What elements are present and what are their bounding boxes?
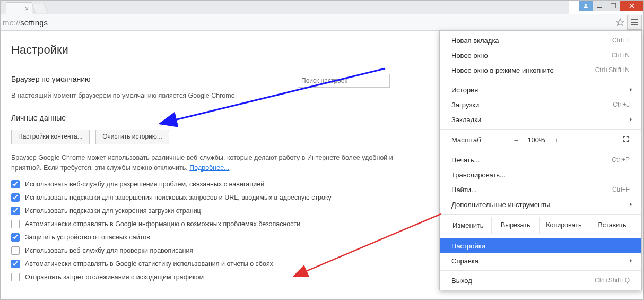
default-browser-text: В настоящий момент браузером по умолчани… xyxy=(11,91,398,101)
cut-button[interactable]: Вырезать xyxy=(491,217,539,234)
main-menu: Новая вкладкаCtrl+T Новое окноCtrl+N Нов… xyxy=(439,30,642,290)
privacy-description: Браузер Google Chrome может использовать… xyxy=(11,153,398,173)
menu-print[interactable]: Печать...Ctrl+P xyxy=(440,152,641,167)
checkbox-icon[interactable] xyxy=(11,207,20,215)
checkbox-label: Использовать подсказки для завершения по… xyxy=(25,194,332,201)
zoom-label: Масштаб xyxy=(451,136,510,144)
clear-history-button[interactable]: Очистить историю... xyxy=(95,130,169,144)
menu-settings[interactable]: Настройки xyxy=(440,238,641,253)
learn-more-link[interactable]: Подробнее... xyxy=(189,164,229,172)
menu-new-window[interactable]: Новое окноCtrl+N xyxy=(440,48,641,63)
menu-bookmarks[interactable]: Закладки xyxy=(440,112,641,127)
maximize-button[interactable] xyxy=(606,1,620,11)
checkbox-icon[interactable] xyxy=(11,180,20,188)
paste-button[interactable]: Вставить xyxy=(588,217,636,234)
checkbox-icon[interactable] xyxy=(11,193,20,202)
privacy-checkbox-4[interactable]: Защитить устройство от опасных сайтов xyxy=(11,233,398,242)
content-settings-button[interactable]: Настройки контента... xyxy=(11,130,90,144)
checkbox-icon[interactable] xyxy=(11,273,20,281)
close-tab-icon[interactable]: × xyxy=(25,6,29,12)
menu-edit-row: Изменить Вырезать Копировать Вставить xyxy=(440,217,641,234)
menu-downloads[interactable]: ЗагрузкиCtrl+J xyxy=(440,97,641,112)
menu-history[interactable]: История xyxy=(440,82,641,97)
checkbox-icon[interactable] xyxy=(11,260,20,268)
address-bar: me://settings xyxy=(1,14,643,31)
checkbox-icon[interactable] xyxy=(11,246,20,255)
menu-cast[interactable]: Транслировать... xyxy=(440,167,641,182)
svg-marker-3 xyxy=(616,19,623,25)
section-heading: Личные данные xyxy=(11,114,398,122)
privacy-checkbox-3[interactable]: Автоматически отправлять в Google информ… xyxy=(11,220,398,228)
checkbox-label: Использовать веб-службу для разрешения п… xyxy=(25,181,264,188)
profile-button[interactable] xyxy=(579,1,593,11)
privacy-checkbox-0[interactable]: Использовать веб-службу для разрешения п… xyxy=(11,180,398,188)
checkbox-label: Отправлять запрет отслеживания с исходящ… xyxy=(25,273,204,281)
menu-zoom: Масштаб – 100% + xyxy=(440,132,641,148)
section-privacy: Личные данные Настройки контента... Очис… xyxy=(11,114,398,282)
menu-help[interactable]: Справка xyxy=(440,253,641,268)
tab-strip: × xyxy=(1,1,569,15)
privacy-checkbox-2[interactable]: Использовать подсказки для ускорения заг… xyxy=(11,207,398,215)
zoom-in-button[interactable]: + xyxy=(550,136,563,144)
menu-button[interactable] xyxy=(627,15,642,30)
checkbox-label: Автоматически отправлять в Google статис… xyxy=(25,260,273,268)
menu-incognito[interactable]: Новое окно в режиме инкогнитоCtrl+Shift+… xyxy=(440,63,641,78)
privacy-checkbox-6[interactable]: Автоматически отправлять в Google статис… xyxy=(11,260,398,268)
checkbox-label: Защитить устройство от опасных сайтов xyxy=(25,234,150,241)
zoom-value: 100% xyxy=(523,136,550,144)
checkbox-label: Автоматически отправлять в Google информ… xyxy=(25,220,300,228)
close-window-button[interactable] xyxy=(620,1,643,11)
url-scheme: me:// xyxy=(3,18,20,27)
menu-find[interactable]: Найти...Ctrl+F xyxy=(440,182,641,197)
edit-label: Изменить xyxy=(445,221,491,229)
checkbox-label: Использовать веб-службу для проверки пра… xyxy=(25,247,193,254)
zoom-out-button[interactable]: – xyxy=(510,136,523,144)
checkbox-label: Использовать подсказки для ускорения заг… xyxy=(25,207,201,215)
privacy-checkbox-1[interactable]: Использовать подсказки для завершения по… xyxy=(11,193,398,202)
new-tab-button[interactable] xyxy=(32,4,48,13)
minimize-button[interactable] xyxy=(593,1,606,11)
checkbox-icon[interactable] xyxy=(11,220,20,228)
browser-tab[interactable]: × xyxy=(6,2,32,15)
url-path: settings xyxy=(20,18,48,27)
menu-new-tab[interactable]: Новая вкладкаCtrl+T xyxy=(440,33,641,48)
search-settings-input[interactable] xyxy=(298,74,390,88)
window-controls xyxy=(579,1,643,11)
privacy-checkbox-5[interactable]: Использовать веб-службу для проверки пра… xyxy=(11,246,398,255)
menu-exit[interactable]: ВыходCtrl+Shift+Q xyxy=(440,273,641,288)
svg-rect-1 xyxy=(597,7,602,8)
privacy-checkbox-7[interactable]: Отправлять запрет отслеживания с исходящ… xyxy=(11,273,398,281)
fullscreen-icon[interactable] xyxy=(622,135,630,144)
svg-rect-2 xyxy=(611,3,616,8)
svg-point-0 xyxy=(585,4,587,6)
bookmark-star-icon[interactable] xyxy=(613,15,627,29)
checkbox-icon[interactable] xyxy=(11,233,20,242)
copy-button[interactable]: Копировать xyxy=(539,217,588,234)
menu-more-tools[interactable]: Дополнительные инструменты xyxy=(440,197,641,212)
url-field[interactable]: me://settings xyxy=(1,18,613,27)
